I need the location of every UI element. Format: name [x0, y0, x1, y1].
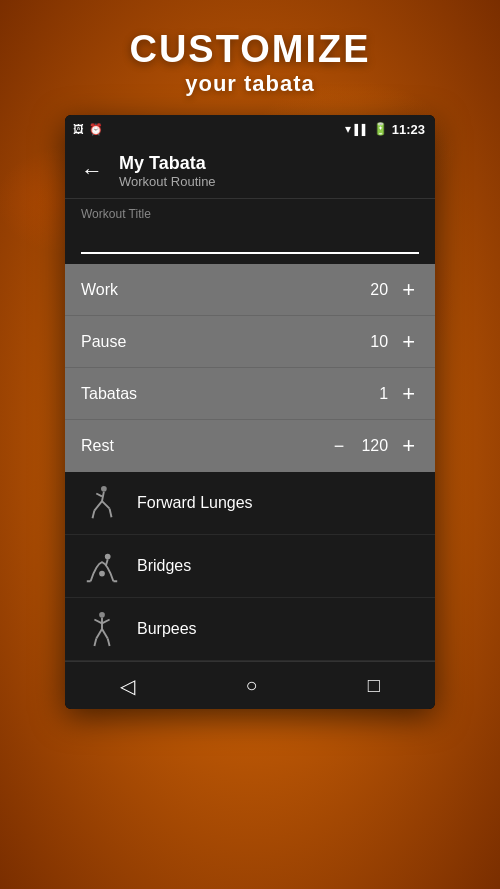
status-time: 11:23	[392, 122, 425, 137]
status-right-icons: ▾ ▌▌ 🔋 11:23	[345, 122, 425, 137]
setting-controls-1: 10+	[358, 331, 419, 353]
exercise-name-1: Bridges	[137, 557, 191, 575]
svg-point-7	[99, 571, 105, 577]
nav-back-button[interactable]: ◁	[100, 666, 155, 706]
status-bar: 🖼 ⏰ ▾ ▌▌ 🔋 11:23	[65, 115, 435, 143]
lunges-icon	[81, 482, 123, 524]
exercise-row-2[interactable]: Burpees	[65, 598, 435, 661]
phone-frame: 🖼 ⏰ ▾ ▌▌ 🔋 11:23 ← My Tabata Workout Rou…	[65, 115, 435, 709]
title-section: Workout Title	[65, 199, 435, 264]
toolbar: ← My Tabata Workout Routine	[65, 143, 435, 199]
status-left-icons: 🖼 ⏰	[73, 123, 103, 136]
increment-button-3[interactable]: +	[398, 435, 419, 457]
setting-label-0: Work	[81, 281, 118, 299]
setting-value-3: 120	[358, 437, 388, 455]
setting-row-pause: Pause10+	[65, 316, 435, 368]
setting-label-1: Pause	[81, 333, 126, 351]
battery-icon: 🔋	[373, 122, 388, 136]
setting-row-rest: Rest−120+	[65, 420, 435, 472]
svg-line-17	[102, 629, 108, 639]
bridges-icon	[81, 545, 123, 587]
increment-button-0[interactable]: +	[398, 279, 419, 301]
bottom-nav: ◁ ○ □	[65, 661, 435, 709]
setting-row-tabatas: Tabatas1+	[65, 368, 435, 420]
setting-row-work: Work20+	[65, 264, 435, 316]
increment-button-1[interactable]: +	[398, 331, 419, 353]
svg-point-12	[99, 612, 105, 618]
wifi-icon: ▾	[345, 122, 351, 136]
nav-recent-button[interactable]: □	[348, 666, 400, 705]
header-section: CUSTOMIZE your tabata	[0, 0, 500, 115]
setting-value-0: 20	[358, 281, 388, 299]
svg-line-14	[94, 620, 102, 624]
toolbar-title: My Tabata	[119, 153, 216, 174]
exercise-name-0: Forward Lunges	[137, 494, 253, 512]
settings-section: Work20+Pause10+Tabatas1+Rest−120+	[65, 264, 435, 472]
setting-label-2: Tabatas	[81, 385, 137, 403]
svg-line-2	[94, 501, 102, 511]
exercise-row-1[interactable]: Bridges	[65, 535, 435, 598]
svg-line-5	[93, 511, 95, 519]
exercise-row-0[interactable]: Forward Lunges	[65, 472, 435, 535]
headline: CUSTOMIZE	[0, 28, 500, 71]
svg-line-19	[108, 639, 110, 647]
svg-line-1	[102, 492, 104, 502]
workout-title-label: Workout Title	[81, 207, 419, 221]
svg-line-18	[94, 639, 96, 647]
nav-home-button[interactable]: ○	[225, 666, 277, 705]
svg-line-16	[96, 629, 102, 639]
subheadline: your tabata	[0, 71, 500, 97]
signal-icon: ▌▌	[355, 124, 369, 135]
decrement-button-3[interactable]: −	[330, 436, 349, 457]
workout-title-input[interactable]	[81, 225, 419, 254]
svg-point-0	[101, 486, 107, 492]
svg-line-11	[106, 559, 108, 566]
setting-controls-0: 20+	[358, 279, 419, 301]
svg-line-3	[102, 501, 110, 509]
svg-line-4	[110, 509, 112, 518]
svg-line-6	[96, 494, 102, 497]
back-button[interactable]: ←	[81, 158, 103, 184]
setting-controls-2: 1+	[358, 383, 419, 405]
setting-label-3: Rest	[81, 437, 114, 455]
toolbar-title-group: My Tabata Workout Routine	[119, 153, 216, 189]
image-icon: 🖼	[73, 123, 84, 135]
exercise-name-2: Burpees	[137, 620, 197, 638]
svg-line-15	[102, 620, 110, 624]
setting-value-1: 10	[358, 333, 388, 351]
setting-controls-3: −120+	[330, 435, 419, 457]
setting-value-2: 1	[358, 385, 388, 403]
burpees-icon	[81, 608, 123, 650]
increment-button-2[interactable]: +	[398, 383, 419, 405]
alarm-icon: ⏰	[89, 123, 103, 136]
toolbar-subtitle: Workout Routine	[119, 174, 216, 189]
exercise-section: Forward Lunges Bridges Burpees	[65, 472, 435, 661]
svg-point-10	[105, 554, 111, 560]
